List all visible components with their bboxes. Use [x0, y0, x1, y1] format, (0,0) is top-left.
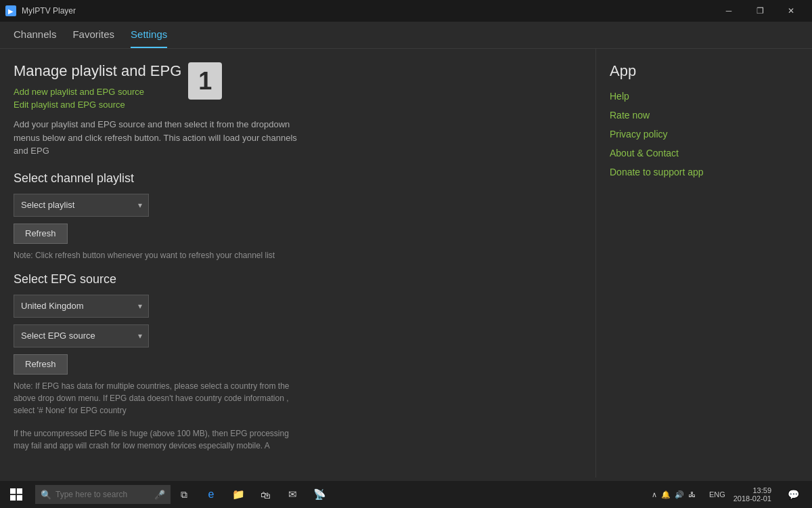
manage-title: Manage playlist and EPG: [14, 62, 181, 80]
tab-settings[interactable]: Settings: [131, 28, 167, 48]
minimize-button[interactable]: ─: [713, 0, 744, 22]
svg-rect-0: [10, 488, 16, 494]
clock-date: 2018-02-01: [734, 494, 771, 503]
donate-link[interactable]: Donate to support app: [610, 167, 798, 177]
playlist-note: Note: Click refresh button whenever you …: [14, 249, 304, 261]
epg-note2: If the uncompressed EPG file is huge (ab…: [14, 427, 304, 452]
svg-rect-1: [17, 488, 22, 494]
manage-header-row: Manage playlist and EPG Add new playlist…: [14, 62, 582, 112]
speaker-icon[interactable]: 🔊: [675, 490, 684, 499]
refresh-epg-button[interactable]: Refresh: [14, 354, 68, 375]
title-bar-controls: ─ ❐ ✕: [713, 0, 807, 22]
playlist-dropdown[interactable]: Select playlist: [14, 194, 149, 217]
country-dropdown-wrapper: United Kingdom United States Germany Fra…: [14, 295, 149, 318]
right-panel: App Help Rate now Privacy policy About &…: [595, 49, 812, 478]
clock-time: 13:59: [752, 486, 771, 494]
title-bar: ▶ MyIPTV Player ─ ❐ ✕: [0, 0, 812, 22]
main-content: Manage playlist and EPG Add new playlist…: [0, 49, 812, 478]
left-panel: Manage playlist and EPG Add new playlist…: [0, 49, 595, 478]
tab-favorites[interactable]: Favorites: [72, 28, 114, 48]
country-dropdown[interactable]: United Kingdom United States Germany Fra…: [14, 295, 149, 318]
maximize-button[interactable]: ❐: [744, 0, 775, 22]
mail-button[interactable]: ✉: [279, 481, 306, 508]
lang-indicator: ENG: [704, 490, 731, 499]
sys-tray: ∧ 🔔 🔊 🖧: [646, 490, 701, 499]
edit-playlist-link[interactable]: Edit playlist and EPG source: [14, 100, 181, 110]
about-contact-link[interactable]: About & Contact: [610, 148, 798, 158]
svg-rect-2: [10, 495, 16, 501]
notification-icon[interactable]: 🔔: [661, 490, 671, 499]
close-button[interactable]: ✕: [775, 0, 807, 22]
clock-area[interactable]: 13:59 2018-02-01: [734, 486, 777, 503]
privacy-policy-link[interactable]: Privacy policy: [610, 129, 798, 140]
rate-now-link[interactable]: Rate now: [610, 110, 798, 121]
file-explorer-button[interactable]: 📁: [225, 481, 252, 508]
taskbar-left: 🔍 🎤 ⧉ e 📁 🛍 ✉ 📡: [0, 481, 333, 508]
search-input[interactable]: [55, 490, 150, 499]
start-button[interactable]: [0, 481, 32, 508]
epg-source-dropdown-wrapper: Select EPG source ▾: [14, 324, 149, 347]
epg-note1: Note: If EPG has data for multiple count…: [14, 380, 304, 417]
show-hidden-icons[interactable]: ∧: [652, 490, 657, 499]
language-label: ENG: [709, 490, 725, 499]
title-bar-title: MyIPTV Player: [22, 6, 76, 16]
store-button[interactable]: 🛍: [252, 481, 279, 508]
mic-icon: 🎤: [154, 490, 165, 500]
app-icon: ▶: [5, 5, 16, 16]
epg-source-dropdown[interactable]: Select EPG source: [14, 324, 149, 347]
task-view-button[interactable]: ⧉: [171, 481, 198, 508]
description-text: Add your playlist and EPG source and the…: [14, 118, 304, 158]
app-button[interactable]: 📡: [306, 481, 333, 508]
help-link[interactable]: Help: [610, 91, 798, 102]
edge-button[interactable]: e: [198, 481, 225, 508]
add-playlist-link[interactable]: Add new playlist and EPG source: [14, 87, 181, 97]
playlist-dropdown-wrapper: Select playlist ▾: [14, 194, 149, 217]
taskbar: 🔍 🎤 ⧉ e 📁 🛍 ✉ 📡 ∧ 🔔 🔊 🖧 ENG 13:59 2018-0…: [0, 481, 812, 508]
taskbar-right: ∧ 🔔 🔊 🖧 ENG 13:59 2018-02-01 💬: [646, 481, 812, 508]
svg-rect-3: [17, 495, 22, 501]
step-badge: 1: [188, 62, 222, 100]
search-icon: 🔍: [41, 490, 51, 500]
notification-center-button[interactable]: 💬: [780, 481, 807, 508]
refresh-playlist-button[interactable]: Refresh: [14, 224, 68, 244]
network-icon[interactable]: 🖧: [688, 490, 696, 499]
title-bar-left: ▶ MyIPTV Player: [5, 5, 76, 16]
app-section-title: App: [610, 62, 798, 80]
nav-tabs: Channels Favorites Settings: [0, 22, 812, 49]
search-bar: 🔍 🎤: [35, 485, 171, 504]
channel-playlist-title: Select channel playlist: [14, 171, 582, 186]
epg-source-title: Select EPG source: [14, 272, 582, 287]
manage-title-group: Manage playlist and EPG Add new playlist…: [14, 62, 181, 112]
tab-channels[interactable]: Channels: [14, 28, 56, 48]
